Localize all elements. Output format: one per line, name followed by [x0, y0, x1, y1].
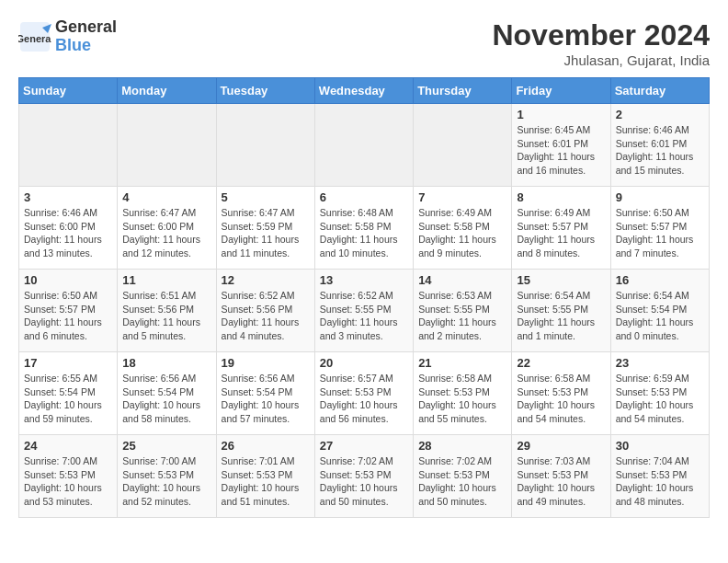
calendar-cell: 29Sunrise: 7:03 AMSunset: 5:53 PMDayligh… [512, 435, 610, 518]
day-number: 23 [616, 356, 704, 370]
day-info: Sunrise: 7:00 AMSunset: 5:53 PMDaylight:… [122, 454, 210, 509]
weekday-header-row: SundayMondayTuesdayWednesdayThursdayFrid… [19, 78, 710, 104]
calendar-cell: 6Sunrise: 6:48 AMSunset: 5:58 PMDaylight… [314, 187, 413, 270]
day-number: 14 [418, 273, 506, 287]
logo-text: General Blue [55, 18, 117, 55]
calendar-cell: 10Sunrise: 6:50 AMSunset: 5:57 PMDayligh… [19, 270, 118, 352]
day-number: 9 [616, 190, 704, 204]
calendar-cell: 20Sunrise: 6:57 AMSunset: 5:53 PMDayligh… [314, 352, 413, 435]
calendar-week-row: 3Sunrise: 6:46 AMSunset: 6:00 PMDaylight… [19, 187, 710, 270]
day-info: Sunrise: 6:59 AMSunset: 5:53 PMDaylight:… [616, 372, 704, 426]
calendar-cell: 27Sunrise: 7:02 AMSunset: 5:53 PMDayligh… [314, 435, 413, 518]
day-number: 17 [24, 356, 112, 370]
calendar-week-row: 17Sunrise: 6:55 AMSunset: 5:54 PMDayligh… [19, 352, 710, 435]
calendar-cell: 3Sunrise: 6:46 AMSunset: 6:00 PMDaylight… [19, 187, 118, 270]
weekday-header-monday: Monday [118, 78, 216, 104]
day-number: 30 [616, 439, 704, 453]
logo: General General Blue [18, 18, 117, 55]
day-info: Sunrise: 6:49 AMSunset: 5:58 PMDaylight:… [418, 206, 506, 260]
day-info: Sunrise: 6:58 AMSunset: 5:53 PMDaylight:… [517, 372, 605, 426]
calendar-cell [414, 104, 512, 187]
calendar-cell: 15Sunrise: 6:54 AMSunset: 5:55 PMDayligh… [512, 270, 610, 352]
day-info: Sunrise: 6:46 AMSunset: 6:00 PMDaylight:… [24, 206, 112, 260]
day-info: Sunrise: 6:45 AMSunset: 6:01 PMDaylight:… [517, 123, 605, 178]
day-number: 12 [222, 273, 310, 287]
day-number: 7 [418, 190, 506, 204]
day-number: 19 [222, 356, 310, 370]
day-number: 18 [122, 356, 210, 370]
day-info: Sunrise: 6:52 AMSunset: 5:56 PMDaylight:… [222, 289, 310, 343]
day-number: 15 [517, 273, 605, 287]
day-number: 28 [418, 439, 506, 453]
calendar-body: 1Sunrise: 6:45 AMSunset: 6:01 PMDaylight… [19, 104, 710, 518]
weekday-header-tuesday: Tuesday [216, 78, 314, 104]
calendar-cell: 4Sunrise: 6:47 AMSunset: 6:00 PMDaylight… [118, 187, 216, 270]
day-number: 21 [418, 356, 506, 370]
day-number: 10 [24, 273, 112, 287]
day-info: Sunrise: 7:01 AMSunset: 5:53 PMDaylight:… [222, 454, 310, 509]
day-number: 22 [517, 356, 605, 370]
calendar-cell: 23Sunrise: 6:59 AMSunset: 5:53 PMDayligh… [610, 352, 709, 435]
day-info: Sunrise: 6:55 AMSunset: 5:54 PMDaylight:… [24, 372, 112, 426]
calendar-cell: 21Sunrise: 6:58 AMSunset: 5:53 PMDayligh… [414, 352, 512, 435]
day-info: Sunrise: 6:58 AMSunset: 5:53 PMDaylight:… [418, 372, 506, 426]
calendar-cell [216, 104, 314, 187]
day-info: Sunrise: 6:50 AMSunset: 5:57 PMDaylight:… [24, 289, 112, 343]
day-number: 11 [122, 273, 210, 287]
calendar-cell: 1Sunrise: 6:45 AMSunset: 6:01 PMDaylight… [512, 104, 610, 187]
calendar-cell: 12Sunrise: 6:52 AMSunset: 5:56 PMDayligh… [216, 270, 314, 352]
day-number: 26 [222, 439, 310, 453]
calendar-cell: 18Sunrise: 6:56 AMSunset: 5:54 PMDayligh… [118, 352, 216, 435]
calendar-cell: 8Sunrise: 6:49 AMSunset: 5:57 PMDaylight… [512, 187, 610, 270]
day-info: Sunrise: 6:51 AMSunset: 5:56 PMDaylight:… [122, 289, 210, 343]
day-info: Sunrise: 7:00 AMSunset: 5:53 PMDaylight:… [24, 454, 112, 509]
calendar-cell: 26Sunrise: 7:01 AMSunset: 5:53 PMDayligh… [216, 435, 314, 518]
calendar-cell [314, 104, 413, 187]
day-info: Sunrise: 6:47 AMSunset: 5:59 PMDaylight:… [222, 206, 310, 260]
day-info: Sunrise: 6:46 AMSunset: 6:01 PMDaylight:… [616, 123, 704, 178]
weekday-header-friday: Friday [512, 78, 610, 104]
day-info: Sunrise: 6:54 AMSunset: 5:55 PMDaylight:… [517, 289, 605, 343]
day-info: Sunrise: 6:56 AMSunset: 5:54 PMDaylight:… [122, 372, 210, 426]
day-info: Sunrise: 7:03 AMSunset: 5:53 PMDaylight:… [517, 454, 605, 509]
weekday-header-thursday: Thursday [414, 78, 512, 104]
day-info: Sunrise: 6:48 AMSunset: 5:58 PMDaylight:… [320, 206, 408, 260]
calendar-cell: 7Sunrise: 6:49 AMSunset: 5:58 PMDaylight… [414, 187, 512, 270]
calendar-cell: 30Sunrise: 7:04 AMSunset: 5:53 PMDayligh… [610, 435, 709, 518]
day-number: 8 [517, 190, 605, 204]
day-number: 5 [222, 190, 310, 204]
day-number: 24 [24, 439, 112, 453]
day-number: 25 [122, 439, 210, 453]
day-info: Sunrise: 6:57 AMSunset: 5:53 PMDaylight:… [320, 372, 408, 426]
calendar-week-row: 10Sunrise: 6:50 AMSunset: 5:57 PMDayligh… [19, 270, 710, 352]
calendar-week-row: 24Sunrise: 7:00 AMSunset: 5:53 PMDayligh… [19, 435, 710, 518]
day-info: Sunrise: 6:52 AMSunset: 5:55 PMDaylight:… [320, 289, 408, 343]
day-number: 13 [320, 273, 408, 287]
day-info: Sunrise: 6:49 AMSunset: 5:57 PMDaylight:… [517, 206, 605, 260]
logo-icon: General [18, 20, 51, 53]
day-info: Sunrise: 6:53 AMSunset: 5:55 PMDaylight:… [418, 289, 506, 343]
calendar-cell: 25Sunrise: 7:00 AMSunset: 5:53 PMDayligh… [118, 435, 216, 518]
day-info: Sunrise: 6:54 AMSunset: 5:54 PMDaylight:… [616, 289, 704, 343]
weekday-header-sunday: Sunday [19, 78, 118, 104]
month-title: November 2024 [492, 18, 710, 52]
calendar-week-row: 1Sunrise: 6:45 AMSunset: 6:01 PMDaylight… [19, 104, 710, 187]
day-number: 20 [320, 356, 408, 370]
calendar-cell: 19Sunrise: 6:56 AMSunset: 5:54 PMDayligh… [216, 352, 314, 435]
calendar-cell: 13Sunrise: 6:52 AMSunset: 5:55 PMDayligh… [314, 270, 413, 352]
day-number: 29 [517, 439, 605, 453]
weekday-header-saturday: Saturday [610, 78, 709, 104]
title-block: November 2024 Jhulasan, Gujarat, India [492, 18, 710, 68]
calendar-cell: 24Sunrise: 7:00 AMSunset: 5:53 PMDayligh… [19, 435, 118, 518]
calendar-cell: 16Sunrise: 6:54 AMSunset: 5:54 PMDayligh… [610, 270, 709, 352]
calendar-cell: 9Sunrise: 6:50 AMSunset: 5:57 PMDaylight… [610, 187, 709, 270]
calendar-cell: 5Sunrise: 6:47 AMSunset: 5:59 PMDaylight… [216, 187, 314, 270]
calendar-cell [19, 104, 118, 187]
day-number: 6 [320, 190, 408, 204]
calendar-cell: 2Sunrise: 6:46 AMSunset: 6:01 PMDaylight… [610, 104, 709, 187]
calendar-cell: 14Sunrise: 6:53 AMSunset: 5:55 PMDayligh… [414, 270, 512, 352]
calendar-cell: 22Sunrise: 6:58 AMSunset: 5:53 PMDayligh… [512, 352, 610, 435]
day-info: Sunrise: 7:04 AMSunset: 5:53 PMDaylight:… [616, 454, 704, 509]
weekday-header-wednesday: Wednesday [314, 78, 413, 104]
location: Jhulasan, Gujarat, India [492, 52, 710, 68]
